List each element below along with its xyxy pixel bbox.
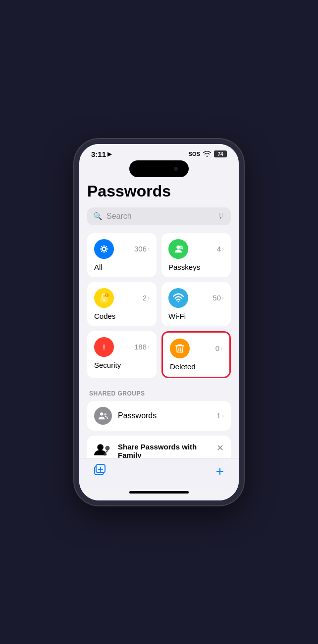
- security-chevron: ›: [148, 344, 150, 350]
- shared-group-name: Passwords: [118, 411, 211, 420]
- security-count: 188: [134, 343, 147, 351]
- svg-text:!: !: [103, 343, 106, 350]
- wifi-icon: [203, 151, 211, 157]
- svg-point-9: [178, 300, 179, 302]
- status-time: 3:11 ▶: [91, 150, 111, 158]
- category-card-wifi[interactable]: 50 › Wi-Fi: [161, 282, 231, 326]
- share-card-header: Share Passwords with Family Share passwo…: [94, 443, 224, 458]
- dynamic-island: [129, 160, 189, 177]
- category-card-passkeys[interactable]: 4 › Passkeys: [161, 233, 231, 277]
- search-icon: 🔍: [93, 212, 103, 221]
- screen: 3:11 ▶ SOS 74 Passwords: [79, 144, 239, 500]
- sos-label: SOS: [189, 151, 200, 157]
- svg-text:!: !: [106, 293, 107, 297]
- add-group-button[interactable]: [94, 464, 108, 479]
- all-icon: [94, 239, 114, 259]
- wifi-count: 50: [212, 294, 221, 302]
- deleted-icon: [170, 339, 190, 358]
- wifi-chevron: ›: [222, 295, 224, 301]
- main-content: Passwords 🔍 Search 🎙: [79, 180, 239, 458]
- wifi-category-icon: [168, 288, 188, 308]
- search-bar[interactable]: 🔍 Search 🎙: [87, 207, 231, 225]
- svg-point-14: [100, 412, 103, 415]
- svg-line-3: [182, 248, 183, 249]
- time-display: 3:11: [91, 150, 106, 158]
- share-text: Share Passwords with Family Share passwo…: [118, 443, 211, 458]
- shared-passwords-item[interactable]: Passwords 1 ›: [87, 401, 231, 431]
- add-password-button[interactable]: +: [216, 463, 224, 479]
- shared-groups-list: Passwords 1 ›: [87, 401, 231, 431]
- deleted-chevron: ›: [220, 345, 222, 352]
- category-card-codes[interactable]: ! 2 › Codes: [87, 282, 157, 326]
- shared-group-count: 1 ›: [216, 411, 224, 420]
- shared-count-chevron: ›: [222, 412, 224, 419]
- svg-point-17: [106, 446, 110, 450]
- shared-group-icon: [94, 407, 112, 425]
- wifi-label: Wi-Fi: [168, 312, 224, 320]
- passkeys-icon: [168, 239, 188, 259]
- share-close-button[interactable]: ✕: [216, 443, 224, 453]
- home-indicator: [129, 491, 189, 494]
- svg-point-16: [97, 444, 104, 450]
- shared-groups-label: SHARED GROUPS: [87, 390, 231, 397]
- status-icons: SOS 74: [189, 150, 227, 157]
- category-card-all[interactable]: 306 › All: [87, 233, 157, 277]
- shared-count-value: 1: [216, 411, 220, 420]
- codes-icon: !: [94, 288, 114, 308]
- passkeys-count: 4: [217, 245, 221, 253]
- mic-icon[interactable]: 🎙: [217, 212, 225, 221]
- location-icon: ▶: [107, 151, 111, 157]
- phone-frame: 3:11 ▶ SOS 74 Passwords: [74, 139, 244, 505]
- codes-label: Codes: [94, 312, 150, 320]
- deleted-count: 0: [215, 344, 219, 352]
- category-card-security[interactable]: ! 188 › Security: [87, 331, 157, 378]
- security-label: Security: [94, 361, 150, 369]
- deleted-label: Deleted: [170, 362, 222, 371]
- codes-count: 2: [143, 294, 147, 302]
- all-count: 306: [134, 245, 147, 253]
- share-title: Share Passwords with Family: [118, 443, 211, 458]
- all-chevron: ›: [148, 246, 150, 252]
- page-title: Passwords: [87, 180, 231, 200]
- battery-level: 74: [217, 151, 223, 157]
- category-card-deleted[interactable]: 0 › Deleted: [161, 331, 231, 378]
- codes-chevron: ›: [148, 295, 150, 301]
- category-grid: 306 › All: [87, 233, 231, 378]
- svg-point-15: [104, 413, 106, 415]
- passkeys-label: Passkeys: [168, 263, 224, 271]
- share-passwords-card: Share Passwords with Family Share passwo…: [87, 436, 231, 458]
- status-bar: 3:11 ▶ SOS 74: [79, 144, 239, 160]
- security-icon: !: [94, 337, 114, 357]
- share-family-icon: [94, 443, 112, 458]
- all-label: All: [94, 263, 150, 271]
- dynamic-island-dot: [174, 167, 178, 171]
- search-placeholder: Search: [106, 212, 213, 221]
- tab-bar: +: [79, 458, 239, 489]
- passkeys-chevron: ›: [222, 246, 224, 252]
- battery-indicator: 74: [214, 150, 227, 157]
